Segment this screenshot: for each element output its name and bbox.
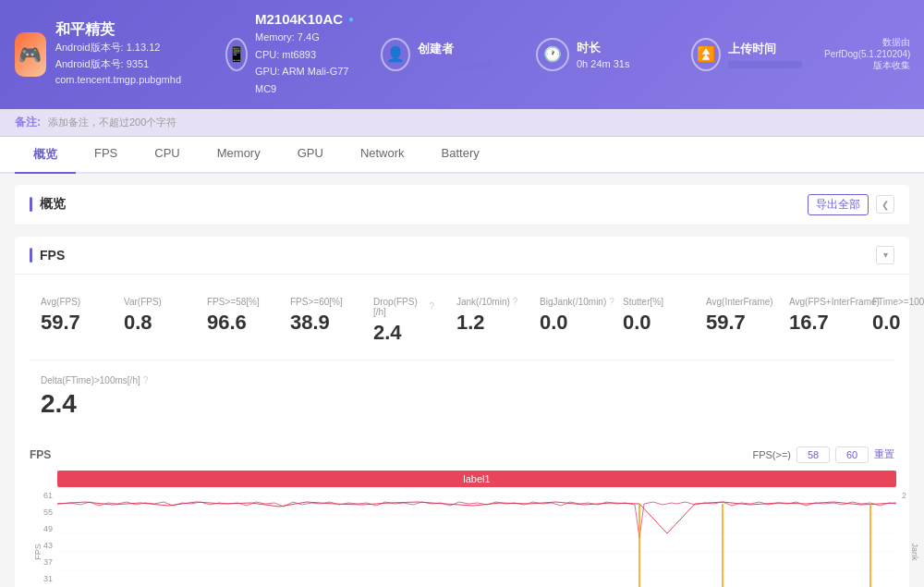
data-source: 数据由PerfDog(5.1.210204)版本收集 bbox=[824, 36, 910, 72]
fps-controls: FPS(>=) 重置 bbox=[752, 446, 894, 463]
tab-fps[interactable]: FPS bbox=[76, 137, 136, 174]
device-info: 📱 M2104K10AC ● Memory: 7.4G CPU: mt6893 … bbox=[225, 11, 336, 98]
fps-chart-svg: label1 61 55 49 43 37 31 24 18 bbox=[30, 469, 924, 587]
device-dot: ● bbox=[348, 14, 354, 24]
tab-gpu[interactable]: GPU bbox=[279, 137, 342, 174]
fps-collapse-button[interactable]: ▾ bbox=[876, 246, 894, 264]
stat-stutter-value: 0.0 bbox=[623, 311, 684, 335]
duration-value: 0h 24m 31s bbox=[577, 58, 629, 69]
fps-threshold-2[interactable] bbox=[835, 446, 869, 463]
stat-stutter-label: Stutter[%] bbox=[623, 297, 684, 307]
stat-fps58: FPS>=58[%] 96.6 bbox=[196, 289, 279, 352]
drop-fps-help-icon[interactable]: ? bbox=[429, 301, 434, 312]
tab-bar: 概览 FPS CPU Memory GPU Network Battery bbox=[0, 137, 924, 174]
stat-avg-fps-interframe-label: Avg(FPS+InterFrame) bbox=[789, 297, 850, 307]
duration-label: 时长 bbox=[577, 40, 629, 56]
creator-label: 创建者 bbox=[418, 41, 492, 57]
overview-header: 概览 导出全部 ❮ bbox=[15, 185, 909, 226]
annotation-label: 备注: bbox=[15, 115, 41, 130]
y-label-43: 43 bbox=[43, 541, 53, 550]
reset-button[interactable]: 重置 bbox=[874, 447, 894, 461]
creator-icon: 👤 bbox=[381, 38, 410, 71]
collapse-button[interactable]: ❮ bbox=[876, 195, 894, 214]
stat-avg-interframe-label: Avg(InterFrame) bbox=[706, 297, 767, 307]
fps-ge-label: FPS(>=) bbox=[752, 449, 791, 460]
overview-section: 概览 导出全部 ❮ bbox=[15, 185, 909, 226]
tab-overview[interactable]: 概览 bbox=[15, 137, 76, 174]
fps-section: FPS ▾ Avg(FPS) 59.7 Var(FPS) 0.8 FPS>=58… bbox=[15, 237, 909, 587]
annotation-bar: 备注: 添加备注，不超过200个字符 bbox=[0, 109, 924, 137]
stat-jank-label: Jank(/10min) ? bbox=[456, 297, 517, 307]
fps-stats-row1: Avg(FPS) 59.7 Var(FPS) 0.8 FPS>=58[%] 96… bbox=[30, 289, 894, 361]
tab-network[interactable]: Network bbox=[342, 137, 423, 174]
stat-fps60-label: FPS>=60[%] bbox=[290, 297, 351, 307]
clock-icon: 🕐 bbox=[536, 38, 569, 71]
stat-delta-value: 2.4 bbox=[41, 389, 148, 419]
creator-value bbox=[418, 61, 492, 68]
annotation-placeholder[interactable]: 添加备注，不超过200个字符 bbox=[48, 116, 176, 129]
fps-title: FPS bbox=[30, 248, 65, 263]
stat-avg-fps-interframe: Avg(FPS+InterFrame) 16.7 bbox=[778, 289, 861, 352]
duration-stat: 🕐 时长 0h 24m 31s bbox=[536, 38, 647, 71]
upload-label: 上传时间 bbox=[728, 41, 802, 57]
fps-chart-header: FPS FPS(>=) 重置 bbox=[15, 441, 909, 469]
jank-help-icon[interactable]: ? bbox=[513, 297, 518, 307]
stat-fps58-value: 96.6 bbox=[207, 311, 268, 335]
fps-threshold-1[interactable] bbox=[796, 446, 830, 463]
stat-drop-fps-label: Drop(FPS)[/h] ? bbox=[373, 297, 434, 317]
overview-actions: 导出全部 ❮ bbox=[808, 194, 894, 215]
y-label-49: 49 bbox=[43, 524, 53, 533]
stat-bigjank-value: 0.0 bbox=[540, 311, 601, 335]
stat-bigjank-label: BigJank(/10min) ? bbox=[540, 297, 601, 307]
fps-chart-section: FPS FPS(>=) 重置 label1 bbox=[15, 441, 909, 587]
fps-delta-row: Delta(FTime)>100ms[/h] ? 2.4 bbox=[30, 368, 894, 426]
fps-chart-container: label1 61 55 49 43 37 31 24 18 bbox=[15, 469, 909, 587]
stat-delta-label: Delta(FTime)>100ms[/h] ? bbox=[41, 375, 148, 385]
stat-drop-fps: Drop(FPS)[/h] ? 2.4 bbox=[362, 289, 445, 352]
stat-var-fps: Var(FPS) 0.8 bbox=[113, 289, 196, 352]
stat-drop-fps-value: 2.4 bbox=[373, 321, 434, 345]
jank-axis-label: Jank bbox=[910, 543, 919, 561]
stat-avg-fps-label: Avg(FPS) bbox=[41, 297, 102, 307]
stat-ftime-value: 0.0 bbox=[872, 311, 924, 335]
stat-avg-fps-value: 59.7 bbox=[41, 311, 102, 335]
export-button[interactable]: 导出全部 bbox=[808, 194, 869, 215]
tab-battery[interactable]: Battery bbox=[423, 137, 498, 174]
stat-stutter: Stutter[%] 0.0 bbox=[612, 289, 695, 352]
stat-fps60-value: 38.9 bbox=[290, 311, 351, 335]
creator-stat: 👤 创建者 bbox=[381, 38, 492, 71]
main-content: 概览 导出全部 ❮ FPS ▾ Avg(FPS) 59.7 Var(FPS) 0… bbox=[0, 174, 924, 587]
y-label-37: 37 bbox=[43, 557, 53, 567]
device-meta: Memory: 7.4G CPU: mt6893 GPU: ARM Mali-G… bbox=[255, 29, 354, 98]
stat-ftime-label: FTime>=100ms[%] bbox=[872, 297, 924, 307]
stat-bigjank: BigJank(/10min) ? 0.0 bbox=[529, 289, 612, 352]
stat-delta: Delta(FTime)>100ms[/h] ? 2.4 bbox=[30, 368, 159, 426]
stat-avg-interframe: Avg(InterFrame) 59.7 bbox=[695, 289, 778, 352]
y-label-55: 55 bbox=[43, 508, 53, 517]
device-name: M2104K10AC ● bbox=[255, 11, 354, 27]
stat-avg-fps: Avg(FPS) 59.7 bbox=[30, 289, 113, 352]
app-icon: 🎮 bbox=[15, 32, 46, 77]
app-meta: Android版本号: 1.13.12 Android版本号: 9351 com… bbox=[55, 40, 181, 89]
fps-header: FPS ▾ bbox=[15, 237, 909, 275]
upload-icon: ⏫ bbox=[691, 38, 721, 71]
overview-title: 概览 bbox=[30, 196, 66, 213]
fps-chart-title: FPS bbox=[30, 448, 51, 461]
y-label-61: 61 bbox=[43, 491, 53, 500]
stat-avg-fps-interframe-value: 16.7 bbox=[789, 311, 850, 335]
stat-var-fps-value: 0.8 bbox=[124, 311, 185, 335]
app-name: 和平精英 bbox=[55, 20, 181, 40]
stat-jank: Jank(/10min) ? 1.2 bbox=[445, 289, 529, 352]
label1-text: label1 bbox=[463, 473, 490, 484]
stat-jank-value: 1.2 bbox=[456, 311, 517, 335]
tab-memory[interactable]: Memory bbox=[199, 137, 279, 174]
tab-cpu[interactable]: CPU bbox=[136, 137, 198, 174]
app-info: 🎮 和平精英 Android版本号: 1.13.12 Android版本号: 9… bbox=[15, 20, 181, 89]
upload-value bbox=[728, 61, 802, 68]
stat-fps58-label: FPS>=58[%] bbox=[207, 297, 268, 307]
stat-avg-interframe-value: 59.7 bbox=[706, 311, 767, 335]
delta-help-icon[interactable]: ? bbox=[143, 375, 149, 385]
header: 🎮 和平精英 Android版本号: 1.13.12 Android版本号: 9… bbox=[0, 0, 924, 109]
stat-ftime: FTime>=100ms[%] 0.0 bbox=[861, 289, 924, 352]
upload-stat: ⏫ 上传时间 bbox=[691, 38, 802, 71]
